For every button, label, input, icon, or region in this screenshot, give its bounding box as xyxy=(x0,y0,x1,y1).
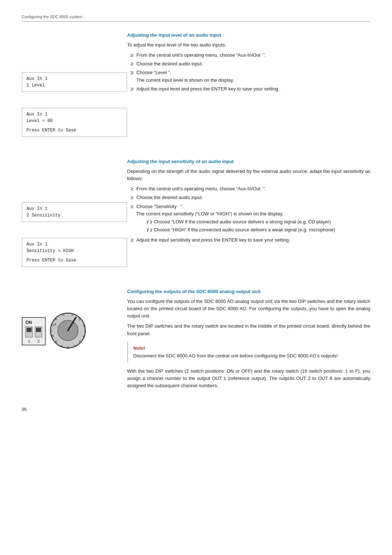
page-header: Configuring the SDC 8000 system xyxy=(22,15,370,21)
section3-title: Configuring the outputs of the SDC 8000 … xyxy=(127,289,370,294)
lcd-2a-line1: Aux In 1 xyxy=(26,206,122,212)
section2-intro: Depending on the strength of the audio s… xyxy=(127,168,370,182)
section3-para1: You can configure the outputs of the SDC… xyxy=(127,298,370,320)
lcd-box-2a: Aux In 1 2 Sensitivity xyxy=(22,202,127,222)
lcd-group-4: Aux In 1 Sensitivity = HIGH Press ENTER … xyxy=(22,238,127,267)
svg-text:6: 6 xyxy=(79,340,81,344)
section2-bullet-1: ≥ From the central unit’s operating menu… xyxy=(127,185,370,193)
lcd-1b-line3: Press ENTER to Save xyxy=(26,127,122,134)
lcd-box-2b: Aux In 1 Sensitivity = HIGH Press ENTER … xyxy=(22,238,127,267)
svg-text:F: F xyxy=(55,317,57,321)
dip-on-label: ON xyxy=(25,320,32,325)
section3-layout: ON 1 2 xyxy=(22,289,370,392)
rotary-switch-svg: F 0 1 2 3 4 5 6 xyxy=(48,311,88,351)
note-label: Note! xyxy=(133,345,365,351)
lcd-2b-line1: Aux In 1 xyxy=(26,241,122,248)
header-text: Configuring the SDC 8000 system xyxy=(22,15,82,19)
bullet-sym-2: ≥ xyxy=(131,60,134,68)
lcd-1b-line1: Aux In 1 xyxy=(26,111,122,118)
lcd-1b-line2: Level = 00 xyxy=(26,118,122,124)
section2-title: Adjusting the input sensitivity of an au… xyxy=(127,159,370,164)
svg-text:2: 2 xyxy=(78,317,80,321)
lcd-box-1a: Aux In 1 1 Level xyxy=(22,72,127,92)
lcd-box-1b: Aux In 1 Level = 00 Press ENTER to Save xyxy=(22,108,127,137)
svg-text:0: 0 xyxy=(62,313,64,317)
svg-text:8: 8 xyxy=(67,346,69,349)
page-footer: 96 xyxy=(22,407,370,412)
lcd-2b-line3: Press ENTER to Save xyxy=(26,257,122,264)
bullet-sym-7: ≥ xyxy=(131,203,134,210)
section2-right: Adjusting the input sensitivity of an au… xyxy=(127,159,370,278)
sub-bullet-2: yChoose “HIGH” if the connected audio so… xyxy=(147,226,335,234)
svg-text:9: 9 xyxy=(61,344,62,348)
svg-text:7: 7 xyxy=(73,344,75,348)
svg-text:C: C xyxy=(50,329,53,332)
section3-para2: The two DIP switches and the rotary swit… xyxy=(127,323,370,337)
section1-bullets: ≥ From the central unit’s operating menu… xyxy=(127,52,370,93)
svg-text:1: 1 xyxy=(71,313,73,317)
svg-text:D: D xyxy=(52,323,54,327)
section1-bullet-3: ≥ Choose “Level ”.The current input leve… xyxy=(127,69,370,84)
dip-switches xyxy=(25,327,42,337)
svg-text:5: 5 xyxy=(83,335,85,339)
section1-intro: To adjust the input level of the two aud… xyxy=(127,41,370,49)
svg-text:A: A xyxy=(55,340,57,344)
section1-left: Aux In 1 1 Level Aux In 1 Level = 00 Pre… xyxy=(22,32,127,148)
section2-left: Aux In 1 2 Sensitivity Aux In 1 Sensitiv… xyxy=(22,159,127,278)
note-text: Disconnect the SDC 8000 AO from the cent… xyxy=(133,352,365,360)
section2-bullet-4: ≥ Adjust the input sensitivity and press… xyxy=(127,236,370,244)
svg-text:E: E xyxy=(54,323,57,326)
lcd-group-3: Aux In 1 2 Sensitivity xyxy=(22,202,127,222)
section1-bullet-4: ≥ Adjust the input level and press the E… xyxy=(127,85,370,93)
lcd-2b-line2: Sensitivity = HIGH xyxy=(26,248,122,254)
bullet-sym-3: ≥ xyxy=(131,69,134,76)
section2-bullet-3: ≥ Choose “Sensitivity ”. The current inp… xyxy=(127,203,370,235)
page: Configuring the SDC 8000 system Aux In 1… xyxy=(0,0,392,555)
section1-bullet-1: ≥ From the central unit’s operating menu… xyxy=(127,52,370,59)
section2-bullets: ≥ From the central unit’s operating menu… xyxy=(127,185,370,244)
dip-switch-block: ON 1 2 xyxy=(22,317,46,345)
sub-bullets: yChoose “LOW if the connected audio sour… xyxy=(136,218,335,234)
bullet-sym-8: ≥ xyxy=(131,236,134,244)
dip-num-2: 2 xyxy=(35,339,42,343)
dip-switch-2 xyxy=(35,327,42,337)
rotary-switch-container: F 0 1 2 3 4 5 6 xyxy=(48,311,88,352)
bullet-sym-5: ≥ xyxy=(131,185,134,193)
svg-text:4: 4 xyxy=(84,329,86,333)
note-box: Note! Disconnect the SDC 8000 AO from th… xyxy=(127,342,370,363)
bullet-sym-6: ≥ xyxy=(131,194,134,201)
section1-title: Adjusting the input level of an audio in… xyxy=(127,32,370,38)
bullet-sym-1: ≥ xyxy=(131,52,134,59)
section1-bullet-2: ≥ Choose the desired audio input. xyxy=(127,60,370,68)
svg-text:3: 3 xyxy=(83,324,85,328)
dip-switch-1 xyxy=(25,327,33,337)
combined-diagram: ON 1 2 xyxy=(22,311,127,352)
svg-text:B: B xyxy=(52,334,54,338)
lcd-1a-line2: 1 Level xyxy=(26,82,122,89)
bullet-sym-4: ≥ xyxy=(131,85,134,93)
section3-right: Configuring the outputs of the SDC 8000 … xyxy=(127,289,370,392)
dip-num-1: 1 xyxy=(25,339,33,343)
section3-para3: With the two DIP switches (2 switch posi… xyxy=(127,368,370,389)
section3-left: ON 1 2 xyxy=(22,289,127,392)
page-number: 96 xyxy=(22,407,26,412)
section2-bullet-2: ≥ Choose the desired audio input. xyxy=(127,194,370,201)
section1-right: Adjusting the input level of an audio in… xyxy=(127,32,370,148)
lcd-group-2: Aux In 1 Level = 00 Press ENTER to Save xyxy=(22,108,127,137)
lcd-1a-line1: Aux In 1 xyxy=(26,76,122,82)
section1-layout: Aux In 1 1 Level Aux In 1 Level = 00 Pre… xyxy=(22,32,370,148)
lcd-2a-line2: 2 Sensitivity xyxy=(26,212,122,219)
section2-layout: Aux In 1 2 Sensitivity Aux In 1 Sensitiv… xyxy=(22,159,370,278)
dip-num-row: 1 2 xyxy=(25,339,42,343)
dip-switch-2-inner xyxy=(36,328,41,332)
dip-switch-1-inner xyxy=(26,328,32,332)
sub-bullet-1: yChoose “LOW if the connected audio sour… xyxy=(147,218,335,226)
lcd-group-1: Aux In 1 1 Level xyxy=(22,72,127,92)
